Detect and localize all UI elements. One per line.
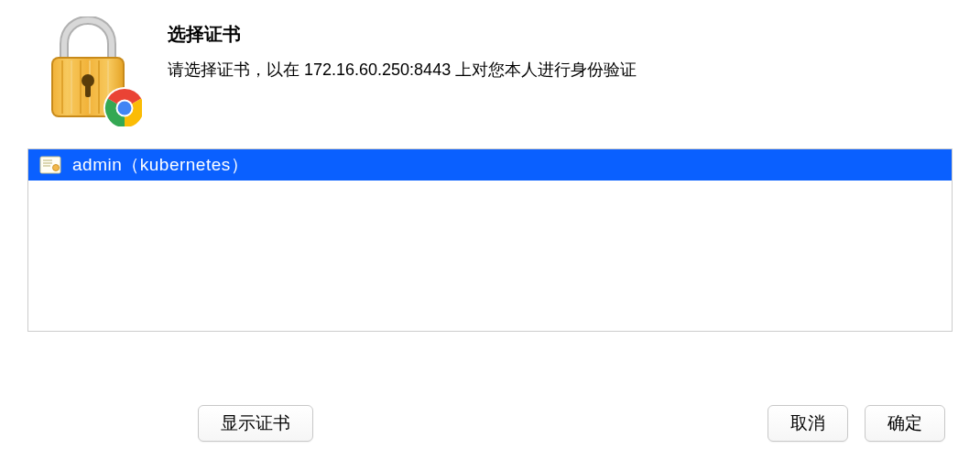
dialog-subtitle: 请选择证书，以在 172.16.60.250:8443 上对您本人进行身份验证 xyxy=(168,58,953,82)
svg-point-13 xyxy=(118,102,132,115)
svg-point-18 xyxy=(53,165,60,171)
certificate-selection-dialog: 选择证书 请选择证书，以在 172.16.60.250:8443 上对您本人进行… xyxy=(0,0,980,471)
cancel-button[interactable]: 取消 xyxy=(768,405,848,442)
certificate-label: admin（kubernetes） xyxy=(72,153,248,177)
ok-button[interactable]: 确定 xyxy=(865,405,945,442)
certificate-icon xyxy=(39,156,61,174)
certificate-list[interactable]: admin（kubernetes） xyxy=(27,148,953,332)
dialog-header-text: 选择证书 请选择证书，以在 172.16.60.250:8443 上对您本人进行… xyxy=(168,16,953,82)
certificate-row[interactable]: admin（kubernetes） xyxy=(28,149,952,181)
svg-rect-9 xyxy=(85,84,91,97)
dialog-title: 选择证书 xyxy=(168,22,953,47)
show-certificate-button[interactable]: 显示证书 xyxy=(198,405,313,442)
lock-chrome-icon xyxy=(37,16,142,126)
dialog-button-bar: 显示证书 取消 确定 xyxy=(0,405,980,471)
dialog-header: 选择证书 请选择证书，以在 172.16.60.250:8443 上对您本人进行… xyxy=(0,0,980,145)
